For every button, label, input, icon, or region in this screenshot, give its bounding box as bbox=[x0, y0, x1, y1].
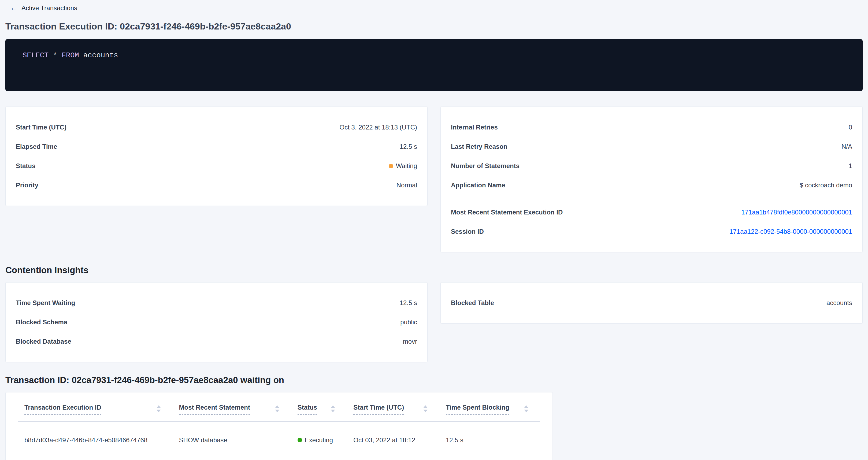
page-title: Transaction Execution ID: 02ca7931-f246-… bbox=[5, 21, 863, 32]
blocked-schema-value: public bbox=[400, 318, 417, 326]
cell-start-time: Oct 03, 2022 at 18:12 bbox=[347, 421, 439, 459]
contention-card-right: Blocked Table accounts bbox=[440, 282, 863, 324]
time-spent-waiting-label: Time Spent Waiting bbox=[16, 299, 75, 307]
back-arrow-icon[interactable]: ← bbox=[10, 4, 17, 12]
sort-icon[interactable] bbox=[524, 405, 528, 412]
sql-keyword-from: FROM bbox=[62, 52, 79, 60]
status-value: Waiting bbox=[389, 162, 417, 170]
session-id-label: Session ID bbox=[451, 228, 484, 235]
blocked-table-value: accounts bbox=[827, 299, 852, 307]
summary-card-right: Internal Retries 0 Last Retry Reason N/A… bbox=[440, 107, 863, 252]
blocked-table-label: Blocked Table bbox=[451, 299, 494, 307]
waiting-on-table: Transaction Execution ID Most Recent Sta… bbox=[18, 393, 540, 459]
contention-insights-heading: Contention Insights bbox=[5, 265, 863, 275]
sort-icon[interactable] bbox=[331, 405, 335, 412]
start-time-header-label[interactable]: Start Time (UTC) bbox=[353, 404, 404, 415]
transaction-details-page: ← Active Transactions Transaction Execut… bbox=[0, 0, 868, 460]
breadcrumb-active-transactions[interactable]: Active Transactions bbox=[22, 4, 77, 12]
waiting-status-dot-icon bbox=[389, 164, 393, 168]
summary-row-number-of-statements: Number of Statements 1 bbox=[451, 156, 852, 176]
cell-most-recent-statement: SHOW database bbox=[173, 421, 291, 459]
statement-execution-id-label: Most Recent Statement Execution ID bbox=[451, 209, 563, 216]
last-retry-reason-label: Last Retry Reason bbox=[451, 143, 507, 150]
session-id-link[interactable]: 171aa122-c092-54b8-0000-000000000001 bbox=[730, 228, 852, 235]
summary-row-priority: Priority Normal bbox=[16, 176, 417, 195]
summary-row-last-retry-reason: Last Retry Reason N/A bbox=[451, 137, 852, 156]
start-time-value: Oct 3, 2022 at 18:13 (UTC) bbox=[340, 124, 417, 131]
summary-row-status: Status Waiting bbox=[16, 156, 417, 176]
elapsed-time-label: Elapsed Time bbox=[16, 143, 57, 150]
summary-row-statement-execution-id: Most Recent Statement Execution ID 171aa… bbox=[451, 203, 852, 222]
waiting-on-heading: Transaction ID: 02ca7931-f246-469b-b2fe-… bbox=[5, 375, 863, 385]
summary-section: Start Time (UTC) Oct 3, 2022 at 18:13 (U… bbox=[5, 107, 863, 252]
waiting-on-table-card: Transaction Execution ID Most Recent Sta… bbox=[5, 392, 553, 460]
cell-status-text: Executing bbox=[305, 436, 333, 444]
sql-star: * bbox=[53, 52, 57, 60]
summary-card-left: Start Time (UTC) Oct 3, 2022 at 18:13 (U… bbox=[5, 107, 428, 206]
cell-transaction-execution-id: b8d7d03a-d497-446b-8474-e50846674768 bbox=[18, 421, 173, 459]
time-spent-blocking-header-label[interactable]: Time Spent Blocking bbox=[446, 404, 509, 415]
number-of-statements-label: Number of Statements bbox=[451, 162, 520, 170]
status-text: Waiting bbox=[396, 162, 417, 170]
executing-status-dot-icon bbox=[298, 438, 302, 442]
application-name-label: Application Name bbox=[451, 182, 505, 189]
most-recent-statement-header-label[interactable]: Most Recent Statement bbox=[179, 404, 250, 415]
column-header-start-time: Start Time (UTC) bbox=[347, 393, 439, 421]
card-divider bbox=[451, 198, 852, 199]
column-header-transaction-execution-id: Transaction Execution ID bbox=[18, 393, 173, 421]
summary-row-start-time: Start Time (UTC) Oct 3, 2022 at 18:13 (U… bbox=[16, 118, 417, 137]
table-header-row: Transaction Execution ID Most Recent Sta… bbox=[18, 393, 540, 421]
summary-row-internal-retries: Internal Retries 0 bbox=[451, 118, 852, 137]
contention-row-time-spent-waiting: Time Spent Waiting 12.5 s bbox=[16, 293, 417, 313]
sql-statement-box: SELECT * FROM accounts bbox=[5, 39, 863, 91]
blocked-schema-label: Blocked Schema bbox=[16, 318, 67, 326]
sql-table-name: accounts bbox=[83, 52, 118, 60]
column-header-most-recent-statement: Most Recent Statement bbox=[173, 393, 291, 421]
sql-keyword-select: SELECT bbox=[23, 52, 49, 60]
sort-icon[interactable] bbox=[423, 405, 428, 412]
priority-label: Priority bbox=[16, 182, 38, 189]
summary-row-application-name: Application Name $ cockroach demo bbox=[451, 176, 852, 195]
start-time-label: Start Time (UTC) bbox=[16, 124, 66, 131]
blocked-database-value: movr bbox=[403, 338, 417, 345]
transaction-execution-id-header-label[interactable]: Transaction Execution ID bbox=[24, 404, 101, 415]
breadcrumb: ← Active Transactions bbox=[5, 0, 863, 12]
last-retry-reason-value: N/A bbox=[841, 143, 852, 150]
time-spent-waiting-value: 12.5 s bbox=[400, 299, 417, 307]
sort-icon[interactable] bbox=[275, 405, 279, 412]
summary-row-elapsed-time: Elapsed Time 12.5 s bbox=[16, 137, 417, 156]
contention-row-blocked-table: Blocked Table accounts bbox=[451, 293, 852, 313]
status-header-label[interactable]: Status bbox=[298, 404, 317, 415]
summary-row-session-id: Session ID 171aa122-c092-54b8-0000-00000… bbox=[451, 222, 852, 241]
cell-time-spent-blocking: 12.5 s bbox=[439, 421, 540, 459]
contention-row-blocked-schema: Blocked Schema public bbox=[16, 313, 417, 332]
statement-execution-id-link[interactable]: 171aa1b478fdf0e80000000000000001 bbox=[741, 209, 852, 216]
cell-status: Executing bbox=[291, 421, 347, 459]
priority-value: Normal bbox=[397, 182, 417, 189]
status-label: Status bbox=[16, 162, 35, 170]
internal-retries-label: Internal Retries bbox=[451, 124, 498, 131]
internal-retries-value: 0 bbox=[849, 124, 852, 131]
number-of-statements-value: 1 bbox=[849, 162, 852, 170]
contention-row-blocked-database: Blocked Database movr bbox=[16, 332, 417, 351]
application-name-value: $ cockroach demo bbox=[800, 182, 852, 189]
column-header-time-spent-blocking: Time Spent Blocking bbox=[439, 393, 540, 421]
blocked-database-label: Blocked Database bbox=[16, 338, 71, 345]
contention-card-left: Time Spent Waiting 12.5 s Blocked Schema… bbox=[5, 282, 428, 362]
sort-icon[interactable] bbox=[157, 405, 161, 412]
table-row: b8d7d03a-d497-446b-8474-e50846674768 SHO… bbox=[18, 421, 540, 459]
column-header-status: Status bbox=[291, 393, 347, 421]
elapsed-time-value: 12.5 s bbox=[400, 143, 417, 150]
contention-section: Time Spent Waiting 12.5 s Blocked Schema… bbox=[5, 282, 863, 362]
